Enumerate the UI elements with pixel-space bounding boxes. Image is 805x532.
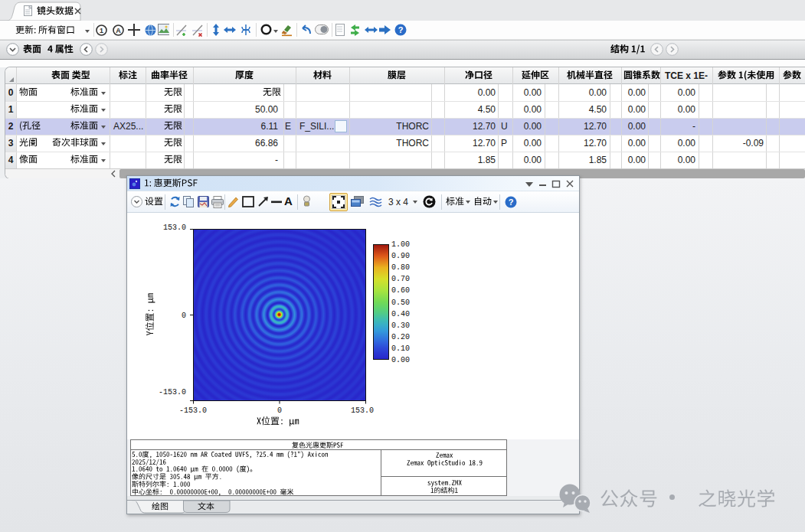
svg-text:?: ? [398,25,404,34]
svg-text:1: 1 [100,27,103,34]
svg-text:?: ? [509,197,514,207]
svg-text:A: A [116,27,121,34]
